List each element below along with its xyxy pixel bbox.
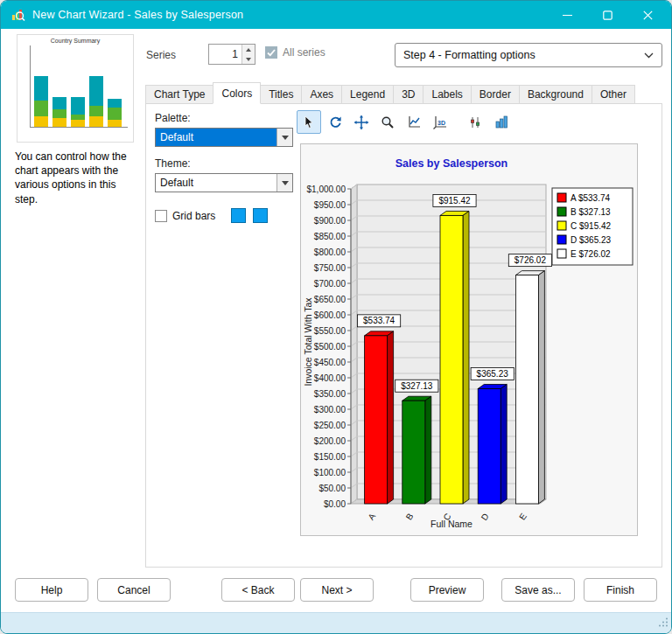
svg-text:$400.00: $400.00 [314,373,346,383]
svg-text:$533.74: $533.74 [363,316,396,325]
palette-dropdown[interactable]: Default [155,128,293,147]
svg-text:$200.00: $200.00 [314,436,346,446]
tab-border[interactable]: Border [471,85,520,104]
tab-other[interactable]: Other [592,85,635,104]
rotate-tool[interactable] [323,110,347,134]
theme-dropdown-value: Default [156,174,276,192]
series-value: 1 [209,48,242,60]
tab-axes[interactable]: Axes [301,85,342,104]
palette-label: Palette: [155,112,191,124]
minimize-button[interactable] [547,1,587,29]
finish-button[interactable]: Finish [584,578,657,602]
svg-text:B $327.13: B $327.13 [570,207,611,217]
spinner-up-button[interactable] [242,45,255,54]
svg-text:$726.02: $726.02 [514,255,547,265]
chart-thumbnail: Country Summary [17,34,134,143]
svg-text:$550.00: $550.00 [314,326,346,336]
svg-text:A $533.74: A $533.74 [570,193,610,203]
preview-button[interactable]: Preview [410,578,484,602]
maximize-button[interactable] [587,1,627,29]
x-axis: ABCDEFull Name [366,512,528,529]
theme-label: Theme: [155,157,191,170]
all-series-checkbox[interactable]: All series [265,46,326,59]
thumbnail-bar [52,97,66,127]
chart-2d-tool[interactable] [402,110,426,134]
series-label: Series [146,49,176,61]
pan-tool[interactable] [349,110,374,134]
chart-title: Sales by Salesperson [396,157,508,170]
checkbox-checked-icon [265,46,277,59]
cancel-button[interactable]: Cancel [97,578,171,602]
pointer-tool[interactable] [297,110,321,134]
svg-text:3D: 3D [438,119,445,125]
tab-titles[interactable]: Titles [260,85,302,104]
all-series-label: All series [283,46,326,59]
tab-3d[interactable]: 3D [393,85,424,104]
series-points-tool[interactable] [463,110,487,134]
grid-color-swatch-2[interactable] [253,208,268,223]
svg-text:$600.00: $600.00 [314,310,346,320]
bar-E [515,271,544,504]
back-button[interactable]: < Back [221,578,295,602]
save-as-button[interactable]: Save as... [501,578,575,602]
histogram-tool[interactable] [489,110,514,134]
bar-B [402,396,431,504]
thumbnail-bar [34,76,48,127]
chart-preview[interactable]: Sales by Salesperson$1,000.00$950.00$900… [300,143,638,536]
svg-text:$915.42: $915.42 [438,196,471,206]
svg-text:$900.00: $900.00 [314,216,346,226]
svg-text:$1,000.00: $1,000.00 [307,185,346,194]
spinner-down-button[interactable] [242,54,255,64]
x-axis-title: Full Name [430,519,472,529]
titlebar[interactable]: New Chart Wizard - Sales by Salesperson [1,1,671,29]
svg-text:$100.00: $100.00 [314,468,346,477]
spinner-buttons [242,45,255,64]
svg-text:E: E [517,512,528,522]
svg-text:B: B [404,512,416,522]
tab-background[interactable]: Background [519,85,592,104]
chevron-down-icon [644,49,654,61]
svg-text:$365.23: $365.23 [477,369,509,379]
zoom-tool[interactable] [375,110,400,134]
tab-strip: Chart TypeColorsTitlesAxesLegend3DLabels… [145,82,634,104]
svg-text:$700.00: $700.00 [314,279,346,289]
thumbnail-title: Country Summary [21,38,130,44]
chevron-down-icon [276,129,292,146]
colors-tab-panel: Palette: Default Theme: Default Grid bar… [145,103,662,568]
statusbar [1,612,671,633]
chart-3d-tool[interactable]: 3D [428,110,452,134]
grid-bars-row: Grid bars [155,208,268,223]
svg-text:$850.00: $850.00 [314,232,346,241]
tab-labels[interactable]: Labels [423,85,471,104]
series-spinner[interactable]: 1 [208,44,256,65]
tab-legend[interactable]: Legend [341,85,394,104]
step-dropdown[interactable]: Step 4 - Formatting options [395,43,662,67]
resize-grip-icon[interactable] [658,615,668,631]
tab-chart-type[interactable]: Chart Type [145,85,214,104]
chart-legend: A $533.74B $327.13C $915.42D $365.23E $7… [552,188,633,265]
svg-text:$300.00: $300.00 [314,405,346,415]
thumbnail-bar [108,99,122,127]
y-axis-title: Invoice Total With Tax [303,297,313,387]
tab-colors[interactable]: Colors [213,82,261,104]
close-button[interactable] [627,1,668,29]
grid-color-swatch-1[interactable] [231,208,246,223]
sales-by-salesperson-chart: Sales by Salesperson$1,000.00$950.00$900… [301,144,637,535]
help-button[interactable]: Help [15,578,88,602]
theme-dropdown[interactable]: Default [155,173,293,192]
bar-C [440,211,469,504]
svg-text:E $726.02: E $726.02 [570,249,611,259]
svg-text:$250.00: $250.00 [314,421,346,430]
svg-text:$0.00: $0.00 [324,499,346,509]
svg-text:$500.00: $500.00 [314,342,346,352]
svg-text:$50.00: $50.00 [318,484,346,493]
grid-bars-checkbox[interactable] [155,210,167,222]
svg-text:$800.00: $800.00 [314,247,346,257]
step-description: You can control how the chart appears wi… [15,150,139,206]
bar-A [365,331,394,504]
grid-bars-label: Grid bars [172,210,215,222]
svg-text:$350.00: $350.00 [314,389,346,399]
thumbnail-bar [71,97,85,127]
svg-text:$450.00: $450.00 [314,358,346,367]
next-button[interactable]: Next > [300,578,374,602]
